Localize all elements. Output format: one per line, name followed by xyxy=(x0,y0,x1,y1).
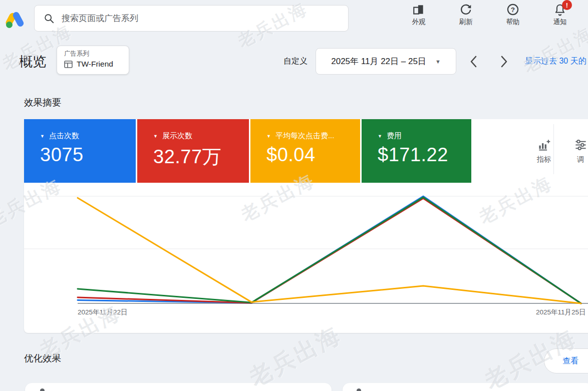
metric-dropdown-icon: ▼ xyxy=(153,134,158,139)
appearance-button[interactable]: 外观 xyxy=(405,3,433,27)
metric-label: 平均每次点击费... xyxy=(275,131,335,141)
performance-summary-heading: 效果摘要 xyxy=(24,96,61,109)
page-title: 概览 xyxy=(19,53,46,71)
series-line-平均每次点击费用 xyxy=(78,198,581,303)
appearance-icon xyxy=(412,3,425,16)
watermark: 老兵出海 xyxy=(519,22,588,78)
performance-chart: 2025年11月22日2025年11月25日 xyxy=(24,183,588,333)
date-mode-label: 自定义 xyxy=(283,56,308,67)
notifications-button[interactable]: ! 通知 xyxy=(546,3,574,27)
help-label: 帮助 xyxy=(506,18,520,27)
metric-card-row: ▼点击次数 3075 ▼展示次数 32.77万 ▼平均每次点击费... $0.0… xyxy=(24,119,588,183)
tune-sliders-icon xyxy=(574,138,587,152)
chart-area: 2025年11月22日2025年11月25日 xyxy=(24,183,588,333)
adjust-button-label: 调 xyxy=(577,155,584,164)
previous-period-button[interactable] xyxy=(467,54,480,69)
bottom-card-right xyxy=(343,383,588,391)
campaign-chip-name: TW-Friend xyxy=(77,60,113,69)
metric-label: 展示次数 xyxy=(162,131,192,141)
chevron-down-icon: ▼ xyxy=(435,59,441,65)
refresh-icon xyxy=(459,3,472,16)
show-last-30-days-link[interactable]: 显示过去 30 天的 xyxy=(525,56,586,67)
bottom-card-icon xyxy=(40,388,45,391)
metric-card-avg-cpc[interactable]: ▼平均每次点击费... $0.04 xyxy=(250,119,360,183)
metric-card-impressions[interactable]: ▼展示次数 32.77万 xyxy=(137,119,249,183)
metric-value: 32.77万 xyxy=(153,144,249,170)
refresh-label: 刷新 xyxy=(459,18,473,27)
metric-value: 3075 xyxy=(40,144,136,166)
tools-divider xyxy=(553,124,554,174)
metric-dropdown-icon: ▼ xyxy=(266,134,271,139)
campaign-chip[interactable]: 广告系列 TW-Friend xyxy=(57,46,129,75)
metric-label: 点击次数 xyxy=(49,131,79,141)
series-line-费用 xyxy=(78,197,581,303)
search-bar[interactable] xyxy=(34,5,349,32)
svg-text:?: ? xyxy=(511,6,515,14)
campaign-icon xyxy=(64,61,73,68)
topbar-actions: 外观 刷新 ? 帮助 ! 通知 xyxy=(405,3,574,27)
performance-summary-card: ▼点击次数 3075 ▼展示次数 32.77万 ▼平均每次点击费... $0.0… xyxy=(24,119,588,333)
search-icon xyxy=(44,13,55,24)
bottom-card-icon xyxy=(357,388,361,391)
series-line-展示次数 xyxy=(78,198,581,303)
metric-card-clicks[interactable]: ▼点击次数 3075 xyxy=(24,119,136,183)
x-axis-label-end: 2025年11月25日 xyxy=(536,308,586,316)
adjust-button[interactable]: 调 xyxy=(565,138,588,164)
search-input[interactable] xyxy=(62,14,339,24)
metric-dropdown-icon: ▼ xyxy=(378,134,382,139)
campaign-chip-type-label: 广告系列 xyxy=(64,50,122,58)
bottom-card-left xyxy=(25,383,332,391)
date-range-value: 2025年 11月 22日 – 25日 xyxy=(331,56,426,67)
date-range-selector[interactable]: 2025年 11月 22日 – 25日 ▼ xyxy=(316,48,456,75)
metrics-button-label: 指标 xyxy=(537,155,551,164)
refresh-button[interactable]: 刷新 xyxy=(452,3,480,27)
series-line-点击次数 xyxy=(78,196,581,303)
appearance-label: 外观 xyxy=(412,18,426,27)
notification-badge: ! xyxy=(562,0,572,10)
optimization-view-pill: 查看 xyxy=(544,348,588,373)
metrics-button[interactable]: 指标 xyxy=(526,138,561,164)
notifications-label: 通知 xyxy=(553,18,567,27)
help-icon: ? xyxy=(506,3,519,16)
metrics-chart-plus-icon xyxy=(537,138,551,152)
help-button[interactable]: ? 帮助 xyxy=(499,3,527,27)
metric-dropdown-icon: ▼ xyxy=(40,134,45,139)
view-link[interactable]: 查看 xyxy=(562,356,578,366)
optimization-heading: 优化效果 xyxy=(24,352,61,364)
metric-value: $171.22 xyxy=(378,144,471,166)
x-axis-label-start: 2025年11月22日 xyxy=(78,308,128,316)
next-period-button[interactable] xyxy=(497,54,510,69)
metric-label: 费用 xyxy=(387,131,402,141)
metric-value: $0.04 xyxy=(266,144,360,166)
logo-green-dot xyxy=(6,22,13,28)
google-ads-logo[interactable] xyxy=(5,11,25,29)
metric-card-cost[interactable]: ▼费用 $171.22 xyxy=(362,119,471,183)
